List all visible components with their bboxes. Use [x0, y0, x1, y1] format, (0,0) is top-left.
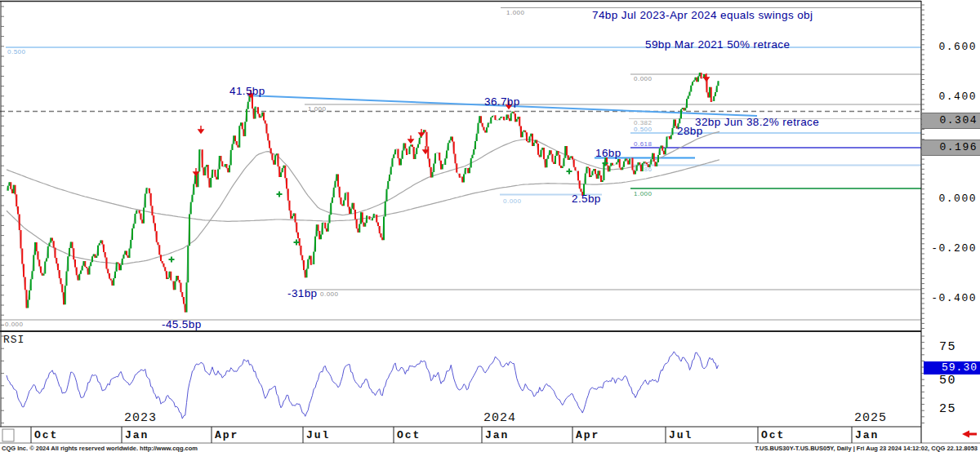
chart-annotation: 28bp: [677, 125, 703, 137]
fib-level-label: 1.000: [506, 9, 525, 16]
fib-level-label: 1.000: [634, 190, 653, 197]
fib-level-label: 0.618: [634, 140, 653, 148]
fib-level-label: 0.000: [634, 75, 653, 82]
date-row-corner-box: [2, 429, 14, 441]
chart-annotation: -45.5bp: [162, 318, 202, 330]
fib-level-label: 1.000: [308, 105, 327, 113]
chart-annotation: 41.5bp: [229, 85, 265, 97]
cqg-chart-window: 1.0000.5000.0001.0000.3820.5000.6180.786…: [0, 0, 980, 452]
chart-annotation: 74bp Jul 2023-Apr 2024 equals swings obj: [592, 9, 813, 21]
price-chart-canvas[interactable]: 1.0000.5000.0001.0000.3820.5000.6180.786…: [0, 0, 980, 452]
chart-annotation: 59bp Mar 2021 50% retrace: [645, 38, 790, 51]
chart-annotation: 2.5bp: [572, 193, 601, 205]
fib-level-label: 0.000: [320, 290, 339, 298]
chart-annotation: 32bp Jun 38.2% retrace: [695, 116, 819, 128]
fib-level-label: 0.500: [7, 48, 26, 55]
chart-annotation: 36.7bp: [484, 95, 520, 108]
chart-background: [0, 0, 980, 452]
chart-annotation: -31bp: [287, 287, 318, 299]
fib-level-label: 0.000: [5, 321, 24, 328]
chart-annotation: 16bp: [595, 147, 621, 159]
fib-level-label: 0.500: [634, 126, 653, 133]
fib-level-label: 0.000: [503, 197, 522, 205]
